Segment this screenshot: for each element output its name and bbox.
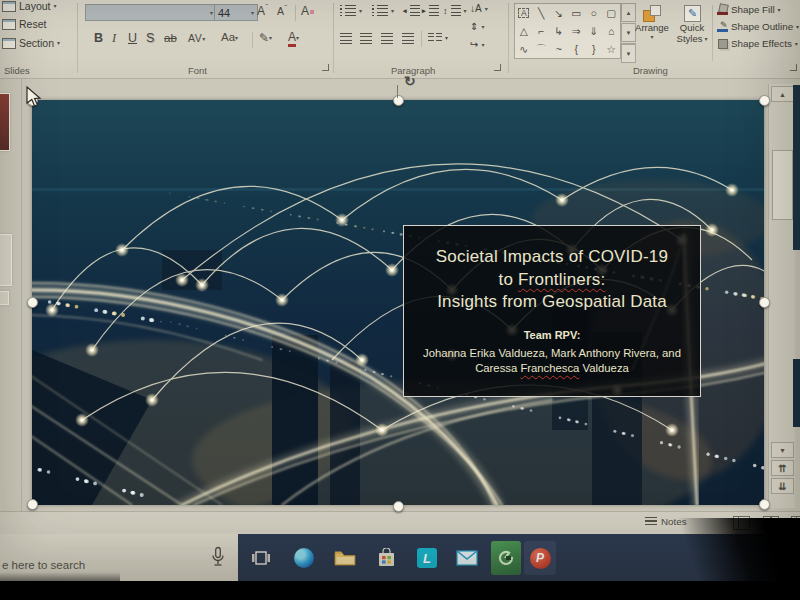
bullets-button[interactable]: ▾ xyxy=(340,5,362,16)
underline-button[interactable]: U xyxy=(128,31,137,46)
green-app-button[interactable] xyxy=(490,540,522,576)
layout-button[interactable]: Layout ▾ xyxy=(2,0,57,12)
text-highlight-color-button[interactable]: ✎ ▾ xyxy=(259,31,272,45)
shape-textbox-icon[interactable]: A xyxy=(518,8,529,19)
slide-thumbnail[interactable] xyxy=(0,234,12,286)
shape-outline-button[interactable]: ✎ Shape Outline ▾ xyxy=(717,21,799,32)
shape-line-icon[interactable]: ╲ xyxy=(538,8,544,19)
title-text-box[interactable]: Societal Impacts of COVID-19 to Frontlin… xyxy=(403,225,701,397)
shape-arc-icon[interactable]: ⌒ xyxy=(536,44,547,55)
gallery-more-icon[interactable]: ▼ xyxy=(621,43,636,63)
next-slide-icon[interactable]: ⇊ xyxy=(771,478,794,494)
shrink-font-button[interactable]: Aˇ xyxy=(277,5,287,18)
bold-button[interactable]: B xyxy=(94,31,103,46)
change-case-button[interactable]: Aa ▾ xyxy=(221,31,238,45)
rotation-handle-icon[interactable]: ↻ xyxy=(404,74,416,88)
shape-elbow-connector-icon[interactable]: ⌐ xyxy=(538,26,544,37)
text-direction-button[interactable]: ↓A ▾ xyxy=(470,3,488,14)
resize-handle-bottom-right[interactable] xyxy=(759,499,770,510)
l-app-button[interactable]: L xyxy=(414,545,440,571)
paragraph-dialog-launcher-icon[interactable] xyxy=(494,64,501,71)
slide-thumbnail[interactable] xyxy=(0,93,10,151)
shape-scribble-icon[interactable]: ∿ xyxy=(519,44,528,55)
italic-button[interactable]: I xyxy=(112,31,116,46)
resize-handle-top-center[interactable] xyxy=(393,95,404,106)
increase-indent-button[interactable]: ▸ xyxy=(422,5,439,16)
shape-arrow-icon[interactable]: ↘ xyxy=(554,8,563,19)
line-spacing-button[interactable]: ↕ ▾ xyxy=(443,5,467,16)
shape-down-arrow-icon[interactable]: ⇓ xyxy=(589,26,598,37)
shape-gallery[interactable]: A ╲ ↘ ▭ ○ ▢ △ ⌐ ↳ ⇒ ⇓ ⌂ ∿ ⌒ ~ { } ☆ xyxy=(514,3,621,59)
font-size-combo[interactable]: 44 ▾ xyxy=(214,4,258,21)
resize-handle-bottom-left[interactable] xyxy=(27,499,38,510)
previous-slide-icon[interactable]: ⇈ xyxy=(771,460,794,476)
shape-triangle-icon[interactable]: △ xyxy=(520,26,528,37)
resize-handle-middle-left[interactable] xyxy=(27,297,38,308)
vertical-scrollbar[interactable]: ▲ ▼ ⇈ ⇊ xyxy=(768,84,795,508)
bold-letter: B xyxy=(94,31,103,46)
grow-font-button[interactable]: Aˆ xyxy=(257,4,268,18)
reset-button[interactable]: Reset xyxy=(2,18,46,30)
strikethrough-button[interactable]: ab xyxy=(164,32,177,46)
scroll-down-icon[interactable]: ▼ xyxy=(771,442,794,458)
drawing-dialog-launcher-icon[interactable] xyxy=(790,64,797,71)
shrink-font-letter: A xyxy=(277,5,284,18)
edge-browser-button[interactable] xyxy=(291,545,317,571)
section-button[interactable]: Section ▾ xyxy=(2,37,60,49)
microsoft-store-button[interactable] xyxy=(373,545,399,571)
slides-panel-divider[interactable] xyxy=(21,79,22,511)
character-spacing-button[interactable]: AV ▾ xyxy=(188,32,206,45)
align-right-button[interactable] xyxy=(381,33,393,44)
section-icon xyxy=(2,38,16,49)
layout-icon xyxy=(2,1,16,12)
shape-freeform-icon[interactable]: ⌂ xyxy=(608,26,614,37)
shape-fill-button[interactable]: Shape Fill ▾ xyxy=(717,4,781,15)
quick-styles-button[interactable]: ✎ Quick Styles▾ xyxy=(674,5,710,45)
slide-picture[interactable]: Societal Impacts of COVID-19 to Frontlin… xyxy=(32,100,764,505)
columns-button[interactable]: ▾ xyxy=(428,33,448,43)
shape-effects-button[interactable]: Shape Effects ▾ xyxy=(717,38,798,49)
arrange-button[interactable]: Arrange ▾ xyxy=(634,5,670,40)
clear-formatting-button[interactable]: A xyxy=(301,4,314,18)
shape-outline-label: Shape Outline xyxy=(731,21,793,32)
align-text-button[interactable]: ⇕ ▾ xyxy=(470,21,484,32)
numbering-button[interactable]: ▾ xyxy=(372,5,394,16)
shape-elbow-arrow-icon[interactable]: ↳ xyxy=(554,26,563,37)
slide-thumbnail[interactable] xyxy=(0,291,9,305)
mail-button[interactable] xyxy=(454,545,480,571)
separator xyxy=(252,32,253,48)
shape-rectangle-icon[interactable]: ▭ xyxy=(571,8,581,19)
decrease-indent-button[interactable]: ◂ xyxy=(403,5,420,16)
columns-icon xyxy=(436,33,442,43)
task-view-button[interactable] xyxy=(248,545,274,571)
title-line-2: to Frontliners: xyxy=(404,269,700,292)
outdent-lines-icon xyxy=(410,5,420,16)
shape-right-brace-icon[interactable]: } xyxy=(592,44,596,55)
align-center-button[interactable] xyxy=(360,33,372,44)
file-explorer-button[interactable] xyxy=(332,545,358,571)
shape-star-icon[interactable]: ☆ xyxy=(607,44,616,55)
shape-oval-icon[interactable]: ○ xyxy=(591,8,597,19)
shrink-caret-icon: ˇ xyxy=(284,3,287,13)
font-name-combo[interactable]: ▾ xyxy=(85,4,217,21)
resize-handle-middle-right[interactable] xyxy=(759,297,770,308)
powerpoint-button[interactable]: P xyxy=(524,541,556,575)
text-shadow-button[interactable]: S xyxy=(146,31,154,46)
font-dialog-launcher-icon[interactable] xyxy=(322,64,329,71)
shape-right-arrow-icon[interactable]: ⇒ xyxy=(572,26,581,37)
search-placeholder-text: e here to search xyxy=(2,559,85,571)
scroll-up-icon[interactable]: ▲ xyxy=(771,86,794,102)
justify-button[interactable] xyxy=(402,33,414,44)
microphone-icon[interactable] xyxy=(211,546,225,568)
font-color-button[interactable]: A ▾ xyxy=(288,31,299,47)
shape-rounded-rectangle-icon[interactable]: ▢ xyxy=(606,8,616,19)
resize-handle-top-right[interactable] xyxy=(759,95,770,106)
shape-curve-icon[interactable]: ~ xyxy=(556,44,562,55)
convert-to-smartart-button[interactable]: ↪ ▾ xyxy=(470,39,484,50)
resize-handle-bottom-center[interactable] xyxy=(393,501,404,512)
chevron-down-icon: ▾ xyxy=(296,35,299,41)
shape-left-brace-icon[interactable]: { xyxy=(574,44,578,55)
align-left-button[interactable] xyxy=(340,33,352,44)
photo-black-edge xyxy=(0,581,800,600)
scrollbar-thumb[interactable] xyxy=(772,150,793,220)
